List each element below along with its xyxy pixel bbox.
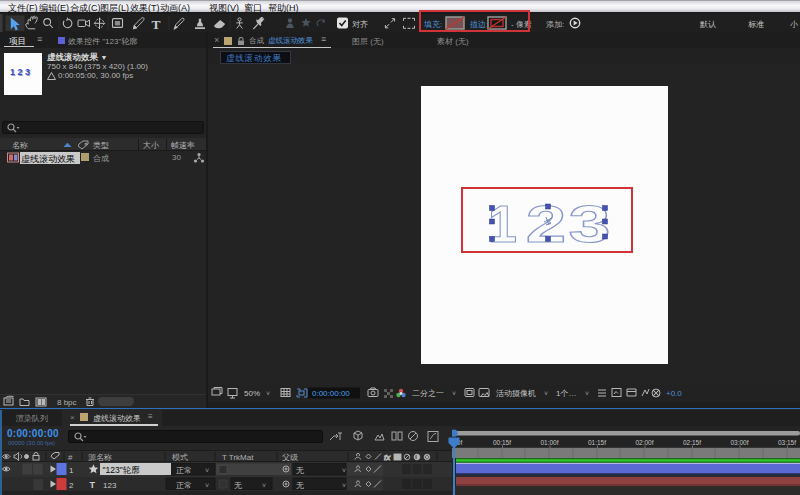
svg-text:二分之一: 二分之一 bbox=[412, 389, 444, 398]
svg-text:0:00:00:00: 0:00:00:00 bbox=[312, 389, 350, 398]
svg-text:˅: ˅ bbox=[342, 482, 346, 489]
svg-text:"123"轮廓: "123"轮廓 bbox=[103, 465, 141, 475]
svg-text:小: 小 bbox=[790, 20, 799, 29]
svg-text:50%: 50% bbox=[244, 389, 260, 398]
svg-text:fx: fx bbox=[384, 453, 391, 462]
svg-text:03:00f: 03:00f bbox=[730, 439, 748, 446]
svg-text:02:00f: 02:00f bbox=[635, 439, 653, 446]
svg-text:默认: 默认 bbox=[699, 20, 716, 29]
svg-text:正常: 正常 bbox=[176, 481, 192, 490]
svg-text:˅: ˅ bbox=[262, 482, 266, 489]
svg-text:T: T bbox=[90, 480, 96, 490]
svg-text:添加:: 添加: bbox=[546, 20, 564, 29]
svg-text:2: 2 bbox=[69, 481, 74, 490]
svg-text:01:00f: 01:00f bbox=[540, 439, 558, 446]
svg-text:8 bpc: 8 bpc bbox=[57, 398, 77, 407]
svg-text:T TrkMat: T TrkMat bbox=[222, 453, 254, 462]
svg-text:源名称: 源名称 bbox=[88, 453, 112, 462]
svg-text:#: # bbox=[68, 453, 73, 462]
svg-text:无: 无 bbox=[296, 481, 304, 490]
svg-text:˅: ˅ bbox=[585, 390, 589, 397]
svg-text:03:15f: 03:15f bbox=[778, 439, 796, 446]
svg-text:T: T bbox=[152, 17, 161, 32]
svg-text:模式: 模式 bbox=[172, 453, 188, 462]
svg-text:标准: 标准 bbox=[748, 20, 764, 29]
svg-text:˅: ˅ bbox=[205, 482, 209, 489]
svg-text:˅: ˅ bbox=[342, 467, 346, 474]
svg-text:父级: 父级 bbox=[282, 453, 298, 462]
svg-text:1: 1 bbox=[69, 466, 74, 475]
svg-text:˅: ˅ bbox=[205, 467, 209, 474]
svg-text:˅: ˅ bbox=[266, 390, 270, 397]
svg-text:对齐: 对齐 bbox=[352, 20, 368, 29]
svg-text:00:15f: 00:15f bbox=[493, 439, 511, 446]
svg-text:1个…: 1个… bbox=[556, 389, 576, 398]
svg-text:无: 无 bbox=[296, 466, 304, 475]
svg-text:+0.0: +0.0 bbox=[666, 389, 682, 398]
svg-text:正常: 正常 bbox=[176, 466, 192, 475]
svg-text:˅: ˅ bbox=[544, 390, 548, 397]
svg-text:123: 123 bbox=[103, 481, 117, 490]
svg-text:02:15f: 02:15f bbox=[683, 439, 701, 446]
svg-text:无: 无 bbox=[234, 481, 242, 490]
svg-text:˅: ˅ bbox=[452, 390, 456, 397]
svg-text:01:15f: 01:15f bbox=[588, 439, 606, 446]
svg-text:活动摄像机: 活动摄像机 bbox=[496, 389, 536, 398]
